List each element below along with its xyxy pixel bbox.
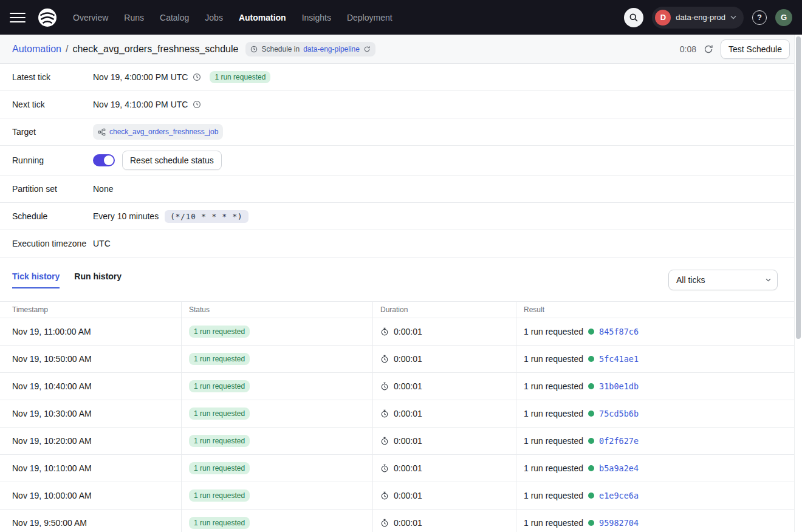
history-tab[interactable]: Tick history [12, 271, 60, 288]
cell-status: 1 run requested [182, 400, 373, 427]
user-avatar[interactable]: G [775, 9, 792, 26]
timezone-label: Execution timezone [0, 239, 93, 248]
breadcrumb: Automation / check_avg_orders_freshness_… [12, 44, 238, 55]
status-badge: 1 run requested [189, 380, 250, 392]
scrollbar-track[interactable] [794, 35, 802, 532]
row-partition-set: Partition set None [0, 176, 802, 203]
running-label: Running [0, 155, 93, 165]
cell-duration: 0:00:01 [373, 400, 516, 427]
run-id-link[interactable]: 845f87c6 [599, 327, 639, 336]
row-target: Target check_avg_orders_freshness_job [0, 118, 802, 146]
history-tab[interactable]: Run history [74, 271, 122, 288]
run-status-dot [588, 465, 594, 471]
cell-status: 1 run requested [182, 482, 373, 509]
cron-expression: (*/10 * * * *) [165, 210, 248, 223]
job-graph-icon [98, 128, 106, 136]
status-badge: 1 run requested [189, 489, 250, 502]
cell-result: 1 run requested 75cd5b6b [516, 400, 794, 427]
clock-icon [193, 73, 201, 81]
header-actions: 0:08 Test Schedule [680, 39, 790, 59]
help-button[interactable]: ? [752, 10, 767, 25]
cell-status: 1 run requested [182, 455, 373, 482]
nav-item[interactable]: Runs [124, 13, 144, 22]
deployment-switcher[interactable]: D data-eng-prod [652, 7, 744, 29]
test-schedule-button[interactable]: Test Schedule [721, 39, 790, 59]
reload-code-icon[interactable] [363, 46, 371, 53]
run-id-link[interactable]: 75cd5b6b [599, 409, 639, 418]
cell-result: 1 run requested e1e9ce6a [516, 482, 794, 509]
run-id-link[interactable]: 0f2f627e [599, 436, 639, 446]
schedule-value: Every 10 minutes [93, 211, 159, 221]
cell-timestamp: Nov 19, 10:30:00 AM [0, 400, 182, 427]
col-timestamp: Timestamp [0, 302, 182, 318]
breadcrumb-automation-link[interactable]: Automation [12, 44, 61, 55]
run-status-dot [588, 383, 594, 389]
status-badge: 1 run requested [189, 435, 250, 447]
cell-duration: 0:00:01 [373, 346, 516, 372]
status-badge: 1 run requested [189, 517, 250, 529]
refresh-countdown: 0:08 [680, 44, 696, 54]
row-timezone: Execution timezone UTC [0, 230, 802, 257]
cell-status: 1 run requested [182, 318, 373, 345]
run-status-dot [588, 411, 594, 417]
running-toggle[interactable] [93, 154, 115, 166]
deployment-name: data-eng-prod [676, 13, 725, 22]
target-job-link[interactable]: check_avg_orders_freshness_job [109, 128, 218, 136]
col-status: Status [182, 302, 373, 318]
cell-duration: 0:00:01 [373, 373, 516, 400]
schedule-badge-text: Schedule in [261, 45, 300, 53]
latest-tick-status-badge: 1 run requested [210, 71, 270, 83]
run-id-link[interactable]: 95982704 [599, 518, 639, 528]
row-latest-tick: Latest tick Nov 19, 4:00:00 PM UTC 1 run… [0, 64, 802, 91]
run-id-link[interactable]: b5a9a2e4 [599, 463, 639, 473]
stopwatch-icon [380, 519, 389, 527]
tick-filter-value: All ticks [676, 275, 705, 285]
schedule-location-badge: Schedule in data-eng-pipeline [245, 42, 375, 56]
status-badge: 1 run requested [189, 353, 250, 365]
clock-icon [193, 100, 201, 109]
reset-schedule-status-button[interactable]: Reset schedule status [122, 151, 222, 170]
table-row: Nov 19, 9:50:00 AM 1 run requested 0:00:… [0, 510, 794, 532]
nav-item[interactable]: Overview [73, 13, 108, 22]
pipeline-link[interactable]: data-eng-pipeline [303, 45, 360, 53]
scrollbar-thumb[interactable] [796, 36, 801, 339]
history-tabs: Tick history Run history [12, 271, 122, 288]
row-schedule: Schedule Every 10 minutes (*/10 * * * *) [0, 203, 802, 230]
nav-item[interactable]: Insights [302, 13, 331, 22]
cell-timestamp: Nov 19, 10:10:00 AM [0, 455, 182, 482]
nav-item[interactable]: Jobs [205, 13, 223, 22]
schedule-details: Latest tick Nov 19, 4:00:00 PM UTC 1 run… [0, 64, 802, 257]
cell-duration: 0:00:01 [373, 428, 516, 454]
dagster-logo[interactable] [36, 7, 58, 29]
cell-timestamp: Nov 19, 9:50:00 AM [0, 510, 182, 532]
partition-set-value: None [93, 184, 113, 194]
result-text: 1 run requested [524, 381, 583, 391]
result-text: 1 run requested [524, 354, 583, 364]
target-job-pill[interactable]: check_avg_orders_freshness_job [93, 124, 223, 140]
table-row: Nov 19, 10:40:00 AM 1 run requested 0:00… [0, 373, 794, 400]
search-button[interactable] [624, 8, 643, 27]
partition-set-label: Partition set [0, 184, 93, 194]
cell-status: 1 run requested [182, 510, 373, 532]
nav-item[interactable]: Deployment [347, 13, 392, 22]
row-next-tick: Next tick Nov 19, 4:10:00 PM UTC [0, 91, 802, 118]
cell-duration: 0:00:01 [373, 455, 516, 482]
target-label: Target [0, 127, 93, 137]
cell-result: 1 run requested 845f87c6 [516, 318, 794, 345]
cell-result: 1 run requested 95982704 [516, 510, 794, 532]
nav-item[interactable]: Catalog [160, 13, 189, 22]
run-id-link[interactable]: 5fc41ae1 [599, 354, 639, 364]
table-row: Nov 19, 10:30:00 AM 1 run requested 0:00… [0, 400, 794, 428]
run-id-link[interactable]: 31b0e1db [599, 381, 639, 391]
result-text: 1 run requested [524, 463, 583, 473]
breadcrumb-separator: / [66, 44, 68, 55]
run-id-link[interactable]: e1e9ce6a [599, 491, 639, 500]
tick-filter-select[interactable]: All ticks [668, 270, 778, 290]
nav-item[interactable]: Automation [239, 13, 286, 22]
status-badge: 1 run requested [189, 408, 250, 420]
stopwatch-icon [380, 491, 389, 500]
menu-icon[interactable] [10, 10, 26, 26]
top-nav-right: D data-eng-prod ? G [624, 7, 792, 29]
refresh-icon[interactable] [704, 44, 713, 54]
cell-result: 1 run requested 31b0e1db [516, 373, 794, 400]
